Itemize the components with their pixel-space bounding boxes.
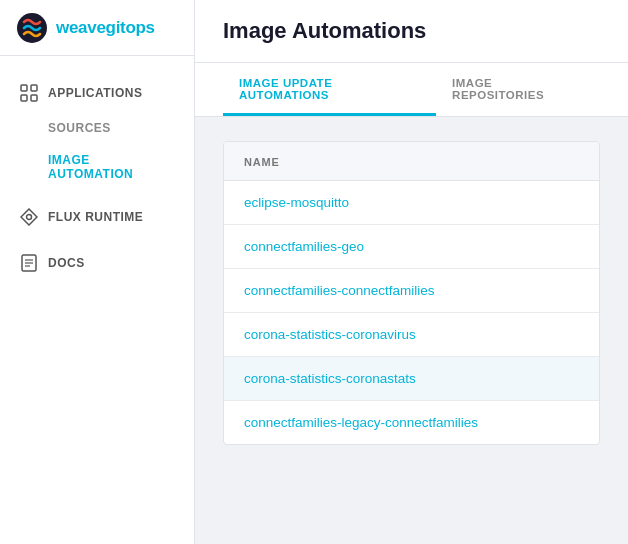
content-area: NAME eclipse-mosquitto connectfamilies-g… — [195, 117, 628, 544]
tabs-bar: IMAGE UPDATE AUTOMATIONS IMAGE REPOSITOR… — [195, 63, 628, 117]
row-link-connectfamilies-legacy[interactable]: connectfamilies-legacy-connectfamilies — [244, 415, 478, 430]
table-row[interactable]: eclipse-mosquitto — [224, 181, 599, 225]
page-title: Image Automations — [223, 18, 600, 44]
table-row[interactable]: connectfamilies-legacy-connectfamilies — [224, 401, 599, 444]
applications-label: APPLICATIONS — [48, 86, 142, 100]
sidebar-item-docs[interactable]: DOCS — [0, 244, 194, 282]
logo: weavegitops — [0, 0, 194, 56]
sidebar-item-image-automation[interactable]: IMAGE AUTOMATION — [0, 144, 194, 190]
tab-image-repositories[interactable]: IMAGE REPOSITORIES — [436, 63, 600, 116]
logo-weave: weave — [56, 18, 106, 37]
logo-text: weavegitops — [56, 18, 155, 38]
row-link-corona-statistics-coronastats[interactable]: corona-statistics-coronastats — [244, 371, 416, 386]
nav-section: APPLICATIONS SOURCES IMAGE AUTOMATION FL… — [0, 56, 194, 290]
flux-runtime-label: FLUX RUNTIME — [48, 210, 143, 224]
grid-icon — [20, 84, 38, 102]
sidebar-item-sources[interactable]: SOURCES — [0, 112, 194, 144]
docs-label: DOCS — [48, 256, 85, 270]
svg-rect-1 — [21, 85, 27, 91]
table-row-selected[interactable]: corona-statistics-coronastats — [224, 357, 599, 401]
row-link-connectfamilies-geo[interactable]: connectfamilies-geo — [244, 239, 364, 254]
automations-table: NAME eclipse-mosquitto connectfamilies-g… — [223, 141, 600, 445]
svg-rect-2 — [31, 85, 37, 91]
sources-label: SOURCES — [48, 121, 111, 135]
table-row[interactable]: connectfamilies-connectfamilies — [224, 269, 599, 313]
svg-point-6 — [27, 215, 32, 220]
flux-icon — [20, 208, 38, 226]
column-name-header: NAME — [244, 156, 280, 168]
sidebar-item-flux-runtime[interactable]: FLUX RUNTIME — [0, 198, 194, 236]
logo-gitops: gitops — [106, 18, 155, 37]
main-header: Image Automations — [195, 0, 628, 63]
svg-rect-3 — [21, 95, 27, 101]
main-content: Image Automations IMAGE UPDATE AUTOMATIO… — [195, 0, 628, 544]
svg-rect-4 — [31, 95, 37, 101]
sidebar: weavegitops APPLICATIONS SOURCES IMAGE A… — [0, 0, 195, 544]
svg-marker-5 — [21, 209, 37, 225]
table-row[interactable]: connectfamilies-geo — [224, 225, 599, 269]
image-automation-label: IMAGE AUTOMATION — [48, 153, 174, 181]
row-link-eclipse-mosquitto[interactable]: eclipse-mosquitto — [244, 195, 349, 210]
table-row[interactable]: corona-statistics-coronavirus — [224, 313, 599, 357]
docs-icon — [20, 254, 38, 272]
row-link-corona-statistics-coronavirus[interactable]: corona-statistics-coronavirus — [244, 327, 416, 342]
table-header: NAME — [224, 142, 599, 181]
logo-icon — [16, 12, 48, 44]
tab-image-update-automations[interactable]: IMAGE UPDATE AUTOMATIONS — [223, 63, 436, 116]
sidebar-item-applications[interactable]: APPLICATIONS — [0, 74, 194, 112]
row-link-connectfamilies-connectfamilies[interactable]: connectfamilies-connectfamilies — [244, 283, 435, 298]
